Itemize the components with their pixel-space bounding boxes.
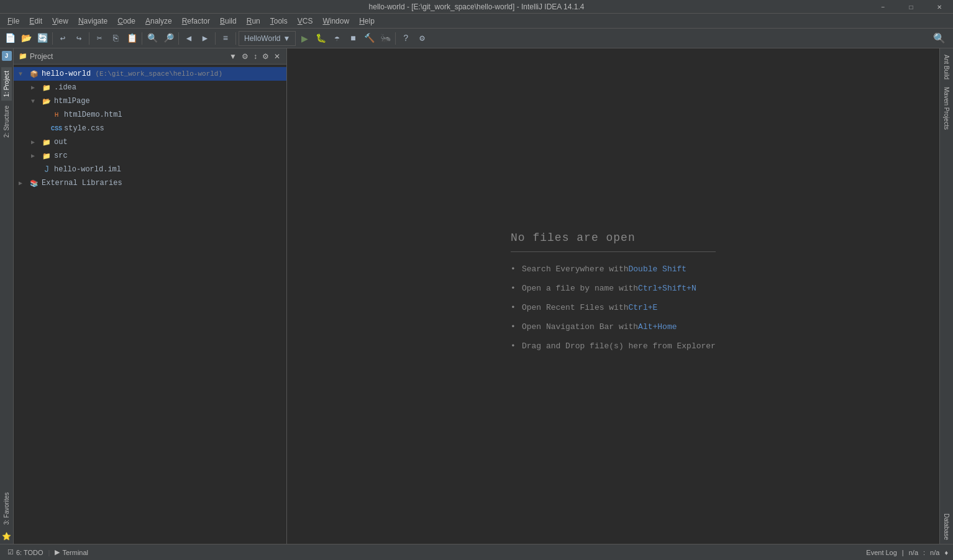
tree-item-htmldemo[interactable]: H htmlDemo.html	[14, 108, 286, 122]
file-css-icon: CSS	[51, 124, 62, 133]
hint-ctrl-e-key: Ctrl+E	[629, 303, 658, 312]
menu-tools[interactable]: Tools	[265, 16, 293, 27]
settings-btn[interactable]: ⚙	[414, 31, 429, 46]
open-btn[interactable]: 📂	[19, 31, 34, 46]
sidebar-item-favorites[interactable]: 3: Favorites	[1, 489, 12, 528]
title-bar: hello-world - [E:\git_work_space\hello-w…	[0, 0, 953, 14]
hint-search-text: Search Everywhere with	[522, 264, 629, 274]
run-config-selector[interactable]: HelloWorld ▼	[239, 31, 296, 46]
paste-btn[interactable]: 📋	[124, 31, 139, 46]
redo-btn[interactable]: ↪	[71, 31, 86, 46]
sidebar-item-project[interactable]: 1: Project	[1, 67, 12, 101]
folder-src-icon: 📁	[41, 151, 52, 161]
tree-root[interactable]: ▼ 📦 hello-world (E:\git_work_space\hello…	[14, 67, 286, 81]
menu-bar: File Edit View Navigate Code Analyze Ref…	[0, 14, 953, 29]
hint-alt-home-key: Alt+Home	[638, 322, 677, 332]
forward-btn[interactable]: ▶	[198, 31, 212, 46]
tree-item-htmlpage[interactable]: ▼ 📂 htmlPage	[14, 94, 286, 108]
menu-navigate[interactable]: Navigate	[73, 16, 112, 27]
new-file-btn[interactable]: 📄	[2, 31, 17, 46]
status-sep-2: |	[902, 549, 904, 556]
menu-vcs[interactable]: VCS	[293, 16, 318, 27]
menu-code[interactable]: Code	[112, 16, 140, 27]
editor-area: No files are open Search Everywhere with…	[287, 48, 939, 544]
tree-label-external-libs: External Libraries	[42, 179, 122, 187]
toolbar-sep-7	[395, 32, 396, 45]
help-btn[interactable]: ?	[398, 31, 413, 46]
tree-item-src[interactable]: ▶ 📁 src	[14, 149, 286, 163]
terminal-icon: ▶	[55, 548, 60, 556]
search-everywhere-btn[interactable]: 🔍	[928, 32, 951, 45]
terminal-status[interactable]: ▶ Terminal	[52, 548, 91, 556]
terminal-label: Terminal	[62, 549, 88, 556]
external-libs-icon: 📚	[29, 178, 40, 188]
project-gear-icon[interactable]: ⚙	[261, 52, 270, 61]
cut-btn[interactable]: ✂	[92, 31, 107, 46]
tree-label-iml: hello-world.iml	[54, 165, 121, 174]
menu-edit[interactable]: Edit	[24, 16, 47, 27]
menu-help[interactable]: Help	[354, 16, 380, 27]
menu-view[interactable]: View	[47, 16, 73, 27]
back-btn[interactable]: ◀	[181, 31, 196, 46]
debug-button[interactable]: 🐛	[313, 31, 328, 46]
toolbar-sep-4	[178, 32, 179, 45]
right-tab-database[interactable]: Database	[941, 510, 952, 544]
menu-build[interactable]: Build	[215, 16, 242, 27]
tree-item-idea[interactable]: ▶ 📁 .idea	[14, 81, 286, 94]
build-btn[interactable]: 🔨	[362, 31, 376, 46]
maximize-button[interactable]: □	[897, 0, 925, 14]
project-panel-dropdown[interactable]: ▼	[228, 52, 238, 61]
event-log-label[interactable]: Event Log	[866, 549, 897, 556]
position-indicator: ♦	[944, 549, 948, 556]
status-sep-1: |	[48, 549, 50, 556]
window-controls: − □ ✕	[869, 0, 953, 14]
hint-open-file: Open a file by name with Ctrl+Shift+N	[511, 284, 716, 293]
todo-status[interactable]: ☑ 6: TODO	[5, 548, 46, 556]
run-button[interactable]: ▶	[297, 31, 312, 46]
project-close-icon[interactable]: ✕	[273, 52, 281, 61]
run-with-coverage-btn[interactable]: ☂	[329, 31, 344, 46]
menu-analyze[interactable]: Analyze	[140, 16, 177, 27]
favorites-star-icon[interactable]: ⭐	[0, 530, 14, 544]
menu-run[interactable]: Run	[242, 16, 265, 27]
hint-nav-bar: Open Navigation Bar with Alt+Home	[511, 322, 716, 332]
tree-label-out: out	[54, 138, 68, 147]
right-tab-ant-build[interactable]: Ant Build	[941, 51, 952, 83]
undo-btn[interactable]: ↩	[55, 31, 70, 46]
copy-btn[interactable]: ⎘	[108, 31, 123, 46]
close-button[interactable]: ✕	[925, 0, 953, 14]
tree-arrow-src: ▶	[31, 152, 41, 160]
toolbar-sep-6	[235, 32, 236, 45]
tree-arrow-htmlpage: ▼	[31, 98, 41, 105]
left-tabs: J 1: Project 2: Structure 3: Favorites ⭐	[0, 48, 14, 544]
menu-refactor[interactable]: Refactor	[177, 16, 215, 27]
stop-btn[interactable]: ■	[345, 31, 360, 46]
menu-window[interactable]: Window	[317, 16, 354, 27]
hint-recent-files-text: Open Recent Files with	[522, 303, 629, 312]
run-config-name: HelloWorld	[244, 34, 280, 43]
hint-drag-drop-text: Drag and Drop file(s) here from Explorer	[522, 341, 716, 351]
structure-btn[interactable]: ≡	[218, 31, 233, 46]
find-btn[interactable]: 🔍	[145, 31, 160, 46]
hint-double-shift-key: Double Shift	[629, 264, 687, 274]
minimize-button[interactable]: −	[869, 0, 897, 14]
tree-item-out[interactable]: ▶ 📁 out	[14, 135, 286, 149]
menu-file[interactable]: File	[2, 16, 24, 27]
project-root-icon: 📦	[29, 69, 40, 79]
hint-recent-files: Open Recent Files with Ctrl+E	[511, 303, 716, 312]
ant-btn[interactable]: 🐜	[378, 31, 393, 46]
sync-btn[interactable]: 🔄	[35, 31, 50, 46]
project-tree: ▼ 📦 hello-world (E:\git_work_space\hello…	[14, 65, 286, 544]
todo-label: 6: TODO	[16, 549, 43, 556]
replace-btn[interactable]: 🔎	[161, 31, 176, 46]
sidebar-item-structure[interactable]: 2: Structure	[1, 102, 12, 142]
tree-label-htmlpage: htmlPage	[54, 97, 90, 106]
tree-item-iml[interactable]: J hello-world.iml	[14, 163, 286, 176]
right-tab-maven[interactable]: Maven Projects	[941, 83, 952, 133]
project-settings-icon[interactable]: ⚙	[240, 52, 250, 61]
file-html-icon: H	[51, 110, 62, 120]
project-scroll-icon[interactable]: ↕	[252, 52, 258, 61]
tree-item-stylecss[interactable]: CSS style.css	[14, 122, 286, 135]
project-icon: 📁	[19, 52, 27, 60]
tree-item-external-libs[interactable]: ▶ 📚 External Libraries	[14, 176, 286, 190]
